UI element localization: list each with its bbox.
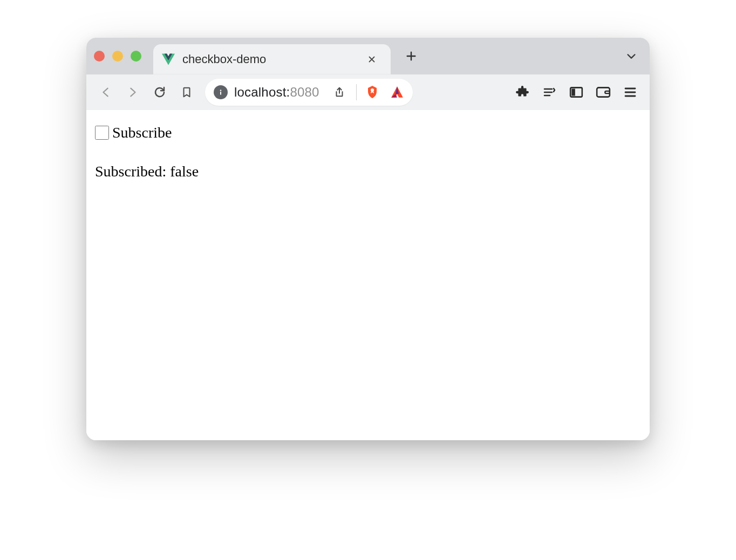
- browser-tab[interactable]: checkbox-demo: [153, 44, 391, 74]
- subscribe-checkbox[interactable]: [95, 126, 109, 140]
- bookmark-button[interactable]: [175, 80, 199, 104]
- svg-rect-4: [597, 87, 610, 97]
- reload-button[interactable]: [148, 80, 172, 104]
- close-window-button[interactable]: [94, 51, 105, 62]
- vue-logo-icon: [162, 53, 175, 66]
- extensions-button[interactable]: [510, 80, 534, 104]
- url-text: localhost:8080: [234, 85, 319, 100]
- minimize-window-button[interactable]: [112, 51, 123, 62]
- share-icon[interactable]: [331, 86, 347, 99]
- url-port: 8080: [290, 85, 319, 99]
- brave-rewards-icon[interactable]: [390, 86, 404, 99]
- close-tab-button[interactable]: [363, 50, 381, 69]
- maximize-window-button[interactable]: [131, 51, 141, 62]
- app-menu-button[interactable]: [618, 80, 642, 104]
- window-controls: [94, 51, 141, 62]
- browser-toolbar: localhost:8080: [86, 74, 650, 110]
- new-tab-button[interactable]: [400, 45, 422, 67]
- browser-window: checkbox-demo: [86, 38, 650, 440]
- site-info-icon[interactable]: [214, 85, 228, 99]
- status-prefix: Subscribed:: [95, 163, 170, 180]
- svg-point-0: [220, 90, 222, 91]
- wallet-button[interactable]: [591, 80, 615, 104]
- page-viewport: Subscribe Subscribed: false: [86, 110, 650, 440]
- status-value: false: [170, 163, 199, 180]
- brave-shield-icon[interactable]: [365, 85, 379, 100]
- address-bar[interactable]: localhost:8080: [205, 79, 413, 106]
- url-host: localhost:: [234, 85, 290, 99]
- svg-rect-3: [571, 89, 575, 96]
- subscribe-row: Subscribe: [95, 125, 641, 140]
- back-button[interactable]: [94, 80, 118, 104]
- forward-button[interactable]: [121, 80, 145, 104]
- tab-strip: checkbox-demo: [86, 38, 650, 74]
- reading-list-button[interactable]: [537, 80, 561, 104]
- omnibox-divider: [356, 84, 357, 100]
- subscribed-status: Subscribed: false: [95, 163, 641, 180]
- subscribe-label[interactable]: Subscribe: [112, 125, 172, 140]
- sidebar-toggle-button[interactable]: [564, 80, 588, 104]
- svg-rect-1: [220, 92, 221, 95]
- tab-title: checkbox-demo: [182, 52, 358, 66]
- tabs-dropdown-button[interactable]: [621, 45, 642, 67]
